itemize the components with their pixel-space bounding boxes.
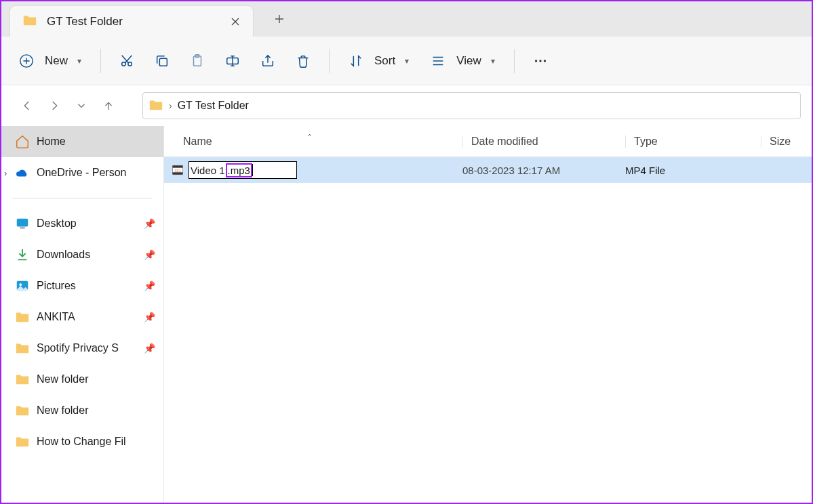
sidebar-item-home[interactable]: Home	[1, 126, 163, 157]
sidebar-item-quick[interactable]: Pictures📌	[1, 270, 163, 301]
rename-base: Video 1	[191, 165, 225, 176]
sidebar-item-quick[interactable]: Downloads📌	[1, 239, 163, 270]
up-icon[interactable]	[96, 93, 121, 118]
video-file-icon: 321	[171, 163, 184, 177]
svg-rect-16	[173, 172, 183, 174]
separator	[514, 49, 515, 73]
column-date[interactable]: Date modified	[462, 135, 625, 148]
breadcrumb-folder[interactable]: GT Test Folder	[178, 100, 249, 112]
folder-icon	[15, 341, 30, 356]
folder-icon	[15, 310, 30, 324]
sidebar-item-label: Pictures	[37, 280, 76, 292]
sidebar-item-label: Downloads	[37, 249, 90, 261]
column-type[interactable]: Type	[625, 135, 761, 148]
svg-text:321: 321	[174, 169, 181, 173]
svg-point-9	[544, 60, 546, 62]
svg-rect-10	[17, 219, 28, 227]
sidebar-item-label: New folder	[37, 404, 88, 417]
svg-rect-15	[173, 165, 183, 167]
chevron-down-icon: ▾	[405, 56, 409, 66]
pin-icon: 📌	[144, 343, 155, 354]
delete-icon[interactable]	[288, 46, 318, 76]
pin-icon: 📌	[144, 249, 155, 260]
sidebar-item-quick[interactable]: New folder	[1, 395, 163, 426]
content-pane: Name ⌃ Date modified Type Size 321 Video…	[164, 126, 812, 503]
sidebar-item-label: ANKITA	[37, 311, 75, 323]
sidebar-item-onedrive[interactable]: › OneDrive - Person	[1, 157, 163, 188]
back-icon[interactable]	[15, 93, 39, 118]
forward-icon[interactable]	[42, 93, 66, 118]
folder-icon	[22, 13, 37, 30]
view-button[interactable]: View ▾	[422, 48, 503, 74]
file-row[interactable]: 321 Video 1.mp3 08-03-2023 12:17 AM MP4 …	[164, 157, 812, 183]
rename-input[interactable]: Video 1.mp3	[189, 161, 297, 179]
sidebar-item-quick[interactable]: ANKITA📌	[1, 301, 163, 333]
rename-icon[interactable]	[218, 46, 247, 76]
separator	[100, 49, 101, 73]
sidebar-item-quick[interactable]: How to Change Fil	[1, 426, 163, 457]
folder-icon	[148, 98, 163, 114]
chevron-down-icon: ▾	[491, 56, 495, 66]
toolbar: New ▾ Sort ▾ View ▾	[1, 37, 812, 85]
folder-icon	[15, 403, 30, 418]
column-name[interactable]: Name ⌃	[164, 135, 462, 148]
close-icon[interactable]	[230, 16, 241, 27]
more-icon[interactable]	[526, 46, 555, 76]
pictures-icon	[15, 278, 30, 293]
separator	[329, 49, 330, 73]
nav-arrows	[7, 93, 142, 118]
sort-label: Sort	[374, 54, 395, 68]
svg-point-8	[539, 60, 541, 62]
sidebar-item-label: Desktop	[37, 217, 77, 230]
folder-icon	[15, 372, 30, 387]
folder-icon	[15, 434, 30, 449]
cut-icon[interactable]	[112, 46, 142, 76]
sidebar-item-label: OneDrive - Person	[37, 167, 127, 179]
paste-icon[interactable]	[182, 46, 212, 76]
pin-icon: 📌	[144, 280, 155, 291]
breadcrumb-separator-icon: ›	[169, 100, 172, 111]
sidebar: Home › OneDrive - Person Desktop📌Downloa…	[1, 126, 164, 503]
tab-bar: GT Test Folder	[1, 1, 812, 37]
sidebar-item-quick[interactable]: New folder	[1, 364, 163, 395]
sidebar-item-label: Home	[37, 135, 66, 148]
svg-point-2	[128, 62, 132, 66]
column-size[interactable]: Size	[761, 135, 812, 148]
chevron-down-icon: ▾	[77, 56, 81, 66]
address-bar[interactable]: › GT Test Folder	[142, 92, 801, 119]
downloads-icon	[15, 247, 30, 262]
sort-indicator-icon: ⌃	[306, 133, 313, 142]
copy-icon[interactable]	[147, 46, 177, 76]
sidebar-item-label: How to Change Fil	[37, 436, 126, 448]
file-type: MP4 File	[625, 165, 761, 176]
svg-point-1	[122, 62, 126, 66]
chevron-right-icon[interactable]: ›	[4, 168, 7, 178]
new-tab-button[interactable]	[266, 14, 293, 24]
sort-button[interactable]: Sort ▾	[340, 48, 417, 74]
tab-title: GT Test Folder	[47, 15, 230, 28]
new-label: New	[45, 54, 68, 68]
share-icon[interactable]	[253, 46, 283, 76]
rename-selection: .mp3	[226, 163, 252, 177]
recent-dropdown-icon[interactable]	[69, 93, 94, 118]
column-headers: Name ⌃ Date modified Type Size	[164, 126, 812, 157]
svg-rect-3	[159, 58, 167, 66]
svg-rect-11	[20, 228, 24, 229]
separator	[12, 198, 153, 198]
sidebar-item-quick[interactable]: Desktop📌	[1, 208, 163, 239]
sidebar-item-label: New folder	[37, 373, 88, 385]
text-caret	[252, 164, 253, 176]
cloud-icon	[15, 165, 30, 180]
tab-active[interactable]: GT Test Folder	[9, 5, 254, 37]
nav-row: › GT Test Folder	[1, 85, 812, 126]
pin-icon: 📌	[144, 218, 155, 229]
desktop-icon	[15, 216, 30, 231]
home-icon	[15, 134, 30, 149]
svg-point-7	[535, 60, 537, 62]
pin-icon: 📌	[144, 312, 155, 322]
view-label: View	[456, 54, 481, 68]
new-button[interactable]: New ▾	[11, 48, 90, 74]
sidebar-item-quick[interactable]: Spotify Privacy S📌	[1, 333, 163, 364]
sidebar-item-label: Spotify Privacy S	[37, 342, 119, 354]
file-date: 08-03-2023 12:17 AM	[462, 165, 625, 176]
